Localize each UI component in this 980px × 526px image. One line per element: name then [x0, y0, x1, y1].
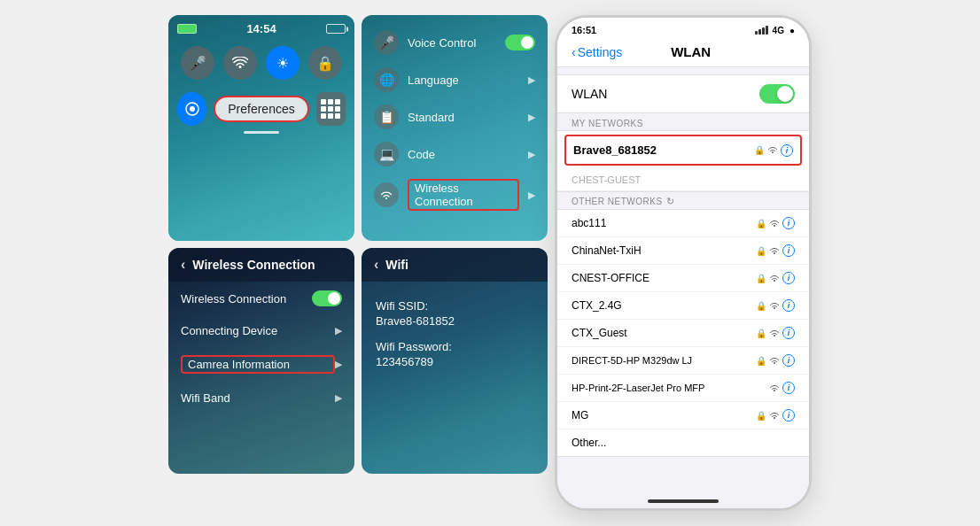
info-ctx24[interactable]: i — [782, 299, 795, 312]
wireless-icon — [374, 182, 399, 207]
wlan-toggle-row[interactable]: WLAN — [557, 75, 809, 112]
lock-icon[interactable]: 🔒 — [308, 46, 342, 80]
bottom-controls: Preferences — [177, 92, 346, 126]
preferences-label[interactable]: Preferences — [214, 96, 308, 122]
password-value: 123456789 — [376, 355, 533, 368]
language-label: Language — [408, 73, 519, 87]
mic-icon[interactable]: 🎤 — [181, 46, 214, 80]
wireless-page-title: Wireless Connection — [192, 258, 315, 272]
info-mg[interactable]: i — [782, 409, 795, 422]
network-name-ctx-guest: CTX_Guest — [572, 327, 756, 339]
connected-network-highlight: Brave8_681852 🔒 i — [564, 135, 802, 166]
network-cnest[interactable]: CNEST-OFFICE 🔒 i — [557, 265, 809, 292]
language-item[interactable]: 🌐 Language ▶ — [362, 61, 548, 98]
language-icon: 🌐 — [374, 67, 399, 92]
info-cnest[interactable]: i — [782, 272, 795, 284]
wlan-toggle[interactable] — [759, 84, 795, 104]
standard-icon: 📋 — [374, 104, 399, 129]
wlan-page-title: WLAN — [671, 44, 746, 59]
phone-frame: 16:51 4G ● ‹ Settings — [555, 15, 812, 511]
battery-percent: ● — [789, 26, 795, 35]
network-chinanet[interactable]: ChinaNet-TxiH 🔒 i — [557, 237, 809, 265]
info-chinanet[interactable]: i — [782, 244, 795, 257]
other-networks-label: OTHER NETWORKS ↻ — [557, 192, 809, 209]
connected-network-name: Brave8_681852 — [573, 143, 754, 157]
network-direct-hp[interactable]: DIRECT-5D-HP M329dw LJ 🔒 i — [557, 347, 809, 375]
control-icons-row: 🎤 ☀ 🔒 — [177, 46, 346, 80]
wireless-connection-label: Wireless Connection — [408, 179, 519, 211]
network-icons-chinanet: 🔒 i — [756, 244, 795, 257]
wifi-page-title: Wifi — [385, 258, 408, 272]
chest-guest-label: CHEST-GUEST — [572, 174, 641, 185]
wireless-connection-item[interactable]: Wireless Connection ▶ — [362, 173, 548, 217]
camera-info-item[interactable]: Camrea Information ▶ — [168, 346, 354, 383]
info-ctx-guest[interactable]: i — [782, 327, 795, 339]
phone-time: 16:51 — [572, 25, 596, 35]
settings-back-button[interactable]: ‹ Settings — [572, 45, 622, 59]
wireless-page-panel: ‹ Wireless Connection Wireless Connectio… — [168, 248, 354, 474]
camera-info-arrow: ▶ — [335, 359, 342, 370]
info-hp-laserjet[interactable]: i — [782, 382, 795, 394]
wifi-info-panel: ‹ Wifi Wifi SSID: Brave8-681852 Wifi Pas… — [362, 248, 548, 474]
code-arrow: ▶ — [528, 149, 535, 160]
voice-control-toggle[interactable] — [505, 35, 535, 50]
my-networks-section: Brave8_681852 🔒 i — [557, 130, 809, 192]
standard-label: Standard — [408, 111, 519, 124]
brightness-icon[interactable]: ☀ — [266, 46, 299, 80]
grid-icon — [321, 99, 340, 119]
phone-screen: 16:51 4G ● ‹ Settings — [557, 18, 809, 508]
info-abc111[interactable]: i — [782, 217, 795, 229]
wifi-back-arrow-icon[interactable]: ‹ — [374, 257, 378, 273]
svg-point-1 — [190, 106, 195, 112]
back-arrow-icon[interactable]: ‹ — [181, 257, 185, 273]
status-bar: 14:54 — [177, 22, 346, 35]
network-hp-laserjet[interactable]: HP-Print-2F-LaserJet Pro MFP i — [557, 375, 809, 402]
voice-control-icon: 🎤 — [374, 30, 399, 55]
network-ctx-guest[interactable]: CTX_Guest 🔒 i — [557, 320, 809, 347]
grid-button[interactable] — [316, 92, 346, 126]
code-item[interactable]: 💻 Code ▶ — [362, 135, 548, 173]
connected-network-icons: 🔒 i — [754, 144, 793, 157]
phone-home-bar — [648, 499, 719, 503]
other-networks-section: abc111 🔒 i ChinaNet-TxiH 🔒 i — [557, 209, 809, 457]
wifi-band-item[interactable]: Wifi Band ▶ — [168, 383, 354, 414]
wlan-toggle-section: WLAN — [557, 74, 809, 113]
network-other[interactable]: Other... — [557, 429, 809, 456]
code-label: Code — [408, 148, 519, 161]
language-arrow: ▶ — [528, 74, 535, 86]
wifi-page-header: ‹ Wifi — [362, 248, 548, 282]
network-mg[interactable]: MG 🔒 i — [557, 402, 809, 429]
camera-info-label: Camrea Information — [181, 355, 335, 374]
control-center-panel: 14:54 🎤 ☀ — [168, 15, 354, 241]
network-name-chinanet: ChinaNet-TxiH — [572, 244, 756, 257]
password-label: Wifi Password: — [376, 340, 533, 353]
network-icons-abc111: 🔒 i — [756, 217, 795, 229]
info-icon-connected[interactable]: i — [781, 144, 793, 157]
wifi-toggle-icon[interactable] — [223, 46, 257, 80]
wifi-band-label: Wifi Band — [181, 391, 335, 405]
connecting-device-arrow: ▶ — [335, 325, 342, 336]
network-name-cnest: CNEST-OFFICE — [572, 272, 756, 284]
standard-item[interactable]: 📋 Standard ▶ — [362, 98, 548, 135]
voice-control-item[interactable]: 🎤 Voice Control — [362, 24, 548, 61]
network-abc111[interactable]: abc111 🔒 i — [557, 210, 809, 237]
preferences-circle-button[interactable] — [177, 92, 206, 126]
wireless-conn-toggle[interactable] — [312, 290, 342, 306]
phone-nav-bar: ‹ Settings WLAN — [557, 39, 809, 67]
battery-icon — [177, 24, 197, 34]
settings-menu-panel: 🎤 Voice Control 🌐 Language ▶ 📋 Standard … — [362, 15, 548, 241]
network-name-hp-laserjet: HP-Print-2F-LaserJet Pro MFP — [572, 383, 769, 393]
lock-icon-connected: 🔒 — [754, 145, 765, 155]
wifi-content: Wifi SSID: Brave8-681852 Wifi Password: … — [362, 282, 548, 398]
connected-network-row[interactable]: Brave8_681852 🔒 i — [566, 136, 800, 164]
connecting-device-label: Connecting Device — [181, 324, 335, 337]
wireless-page-header: ‹ Wireless Connection — [168, 248, 354, 282]
ssid-label: Wifi SSID: — [376, 299, 533, 313]
wireless-arrow: ▶ — [528, 190, 535, 201]
network-ctx24[interactable]: CTX_2.4G 🔒 i — [557, 292, 809, 320]
wireless-conn-toggle-item[interactable]: Wireless Connection — [168, 282, 354, 315]
phone-status-bar: 16:51 4G ● — [557, 18, 809, 39]
info-direct-hp[interactable]: i — [782, 354, 795, 367]
connecting-device-item[interactable]: Connecting Device ▶ — [168, 315, 354, 346]
network-name-ctx24: CTX_2.4G — [572, 299, 756, 312]
